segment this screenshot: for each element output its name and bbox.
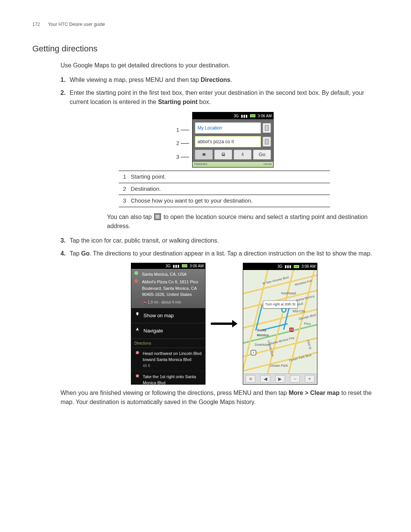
network-icon: 3G — [277, 264, 282, 269]
step-dot-icon — [136, 374, 139, 377]
arrow-icon — [211, 321, 237, 326]
step-3: Tap the icon for car, public transit, or… — [61, 236, 379, 245]
map-label: Pico — [304, 321, 311, 327]
page-header: 172 Your HTC Desire user guide — [32, 21, 379, 28]
map-label: Mid-City — [293, 309, 305, 314]
status-bar: 3G ▮▮▮ 3:06 AM — [243, 263, 317, 270]
doc-title: Your HTC Desire user guide — [48, 22, 105, 27]
battery-icon — [182, 264, 187, 267]
transit-mode-button[interactable] — [214, 150, 232, 160]
phone-screenshot-input: 3G ▮▮▮ 3:06 AM My Location abbot's pi — [192, 112, 274, 168]
step-1: While viewing a map, press MENU and then… — [61, 75, 379, 85]
phone-screenshot-list: 3G ▮▮▮ 3:06 AM Santa Monica, CA, USA Abb… — [131, 263, 206, 385]
map-label: Ocean Park — [270, 363, 288, 369]
start-pin-icon — [134, 271, 138, 275]
step-tooltip: Turn right at 20th St — [263, 300, 298, 309]
figure-directions-result: 3G ▮▮▮ 3:06 AM Santa Monica, CA, USA Abb… — [70, 263, 379, 385]
navigate-icon — [135, 327, 140, 332]
figure-directions-input: 1 2 3 3G ▮▮▮ 3:06 AM My Loc — [70, 112, 379, 168]
status-time: 3:06 AM — [258, 113, 272, 119]
location-source-note: You can also tap to open the location so… — [107, 212, 379, 231]
route-from: Santa Monica, CA, USA — [142, 271, 202, 278]
step-2: Enter the starting point in the first te… — [61, 88, 379, 231]
pin-icon — [135, 312, 140, 316]
destination-input[interactable]: abbot's pizza co II — [195, 136, 261, 147]
zoom-in-button[interactable]: + — [305, 375, 315, 383]
location-source-icon — [154, 213, 161, 220]
direction-step[interactable]: Take the 1st right onto Santa Monica Blv… — [131, 371, 205, 385]
go-button[interactable]: Go — [253, 150, 271, 160]
direction-step[interactable]: Head northwest on Lincoln Blvd toward Sa… — [131, 348, 205, 371]
prev-step-button[interactable]: ◀ — [260, 375, 270, 383]
svg-rect-1 — [222, 153, 225, 155]
step-4: Tap Go. The directions to your destinati… — [61, 249, 379, 385]
status-time: 3:06 AM — [190, 263, 204, 269]
status-bar: 3G ▮▮▮ 3:06 AM — [131, 263, 205, 269]
phone-screenshot-map: 3G ▮▮▮ 3:06 AM — [243, 263, 317, 385]
location-source-button[interactable] — [263, 123, 271, 133]
step-list: While viewing a map, press MENU and then… — [61, 75, 379, 385]
callout-labels: 1 2 3 — [175, 112, 189, 168]
map-label: Santa Monica — [257, 328, 269, 338]
route-shield: 1 — [251, 350, 256, 355]
route-shield: 10 — [289, 327, 294, 332]
destination-source-button[interactable] — [263, 137, 271, 147]
status-time: 3:06 AM — [301, 264, 315, 269]
intro-paragraph: Use Google Maps to get detailed directio… — [61, 61, 379, 70]
step-dot-icon — [136, 351, 139, 354]
svg-point-2 — [242, 153, 243, 153]
signal-icon: ▮▮▮ — [173, 263, 180, 269]
page-number: 172 — [32, 22, 40, 27]
navigate-button[interactable]: Navigate — [131, 323, 205, 339]
battery-icon — [250, 114, 255, 117]
route-header: Santa Monica, CA, USA Abbot's Pizza Co I… — [131, 269, 205, 308]
map-canvas[interactable]: Turn right at 20th St Northeast Mid-City… — [243, 270, 317, 374]
next-step-button[interactable]: ▶ — [275, 375, 285, 383]
car-mode-button[interactable] — [195, 150, 213, 160]
walk-icon — [240, 152, 246, 157]
map-toolbar: ≡ ◀ ▶ − + — [243, 374, 317, 384]
signal-icon: ▮▮▮ — [241, 113, 248, 119]
network-icon: 3G — [166, 263, 170, 269]
battery-icon — [294, 265, 299, 268]
walk-mode-button[interactable] — [234, 150, 252, 160]
end-pin-icon — [134, 279, 138, 283]
bus-icon — [220, 152, 226, 157]
map-label: Northeast — [281, 291, 296, 296]
map-peek: Palisades Home — [193, 162, 273, 167]
network-icon: 3G — [234, 113, 239, 119]
signal-icon: ▮▮▮ — [285, 264, 292, 269]
route-summary: 🚗 1.9 mi - about 4 min — [142, 299, 202, 305]
callout-legend: 1Starting point. 2Destination. 3Choose h… — [119, 171, 330, 207]
directions-section-label: Directions — [131, 339, 205, 348]
route-to: Abbot's Pizza Co II, 1811 Pico Boulevard… — [142, 279, 202, 298]
zoom-out-button[interactable]: − — [290, 375, 300, 383]
car-icon — [201, 152, 207, 157]
road-label: 23rd St — [306, 339, 312, 350]
list-button[interactable]: ≡ — [245, 375, 255, 383]
show-on-map-button[interactable]: Show on map — [131, 308, 205, 324]
starting-point-input[interactable]: My Location — [195, 122, 261, 134]
status-bar: 3G ▮▮▮ 3:06 AM — [193, 112, 273, 119]
closing-paragraph: When you are finished viewing or followi… — [61, 388, 379, 407]
section-title: Getting directions — [32, 42, 379, 55]
